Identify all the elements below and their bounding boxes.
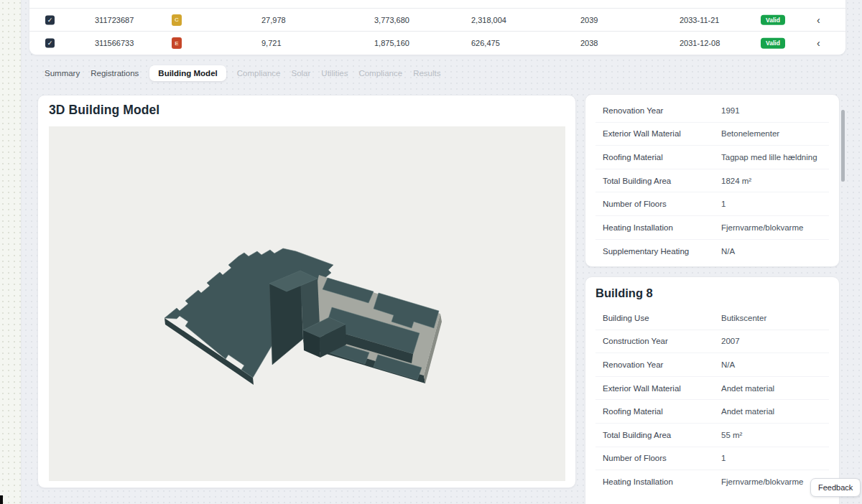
model-panel: 3D Building Model bbox=[37, 95, 576, 488]
detail-row: Roofing Material Tagpap med lille hældni… bbox=[595, 146, 829, 169]
tab[interactable]: Utilities bbox=[321, 69, 348, 78]
detail-row: Construction Year 2007 bbox=[595, 330, 829, 354]
detail-row: Supplementary Heating N/A bbox=[595, 240, 829, 263]
chevron-left-icon[interactable]: ‹ bbox=[817, 37, 820, 49]
valid-until-date: 2031-12-08 bbox=[680, 39, 720, 47]
detail-label: Number of Floors bbox=[603, 200, 667, 208]
row-checkbox[interactable]: ✓ bbox=[45, 39, 55, 48]
detail-label: Roofing Material bbox=[603, 407, 663, 416]
detail-row: Exterior Wall Material Andet material bbox=[595, 377, 829, 401]
detail-row: Number of Floors 1 bbox=[595, 192, 829, 216]
tab[interactable]: Building Model bbox=[149, 65, 226, 81]
tab[interactable]: Results bbox=[413, 69, 440, 78]
detail-row: Total Building Area 55 m² bbox=[595, 424, 829, 447]
value-c: 2,318,004 bbox=[471, 16, 506, 24]
detail-value: 1 bbox=[721, 454, 726, 462]
detail-row: Heating Installation Fjernvarme/blokvarm… bbox=[595, 470, 829, 494]
table-body: ✓ 311723687 C 27,978 3,773,680 2,318,004… bbox=[29, 9, 845, 55]
tab[interactable]: Registrations bbox=[91, 69, 139, 78]
table-row-partial[interactable] bbox=[29, 0, 845, 9]
detail-value: 55 m² bbox=[721, 431, 742, 439]
detail-value: 1 bbox=[721, 200, 726, 208]
detail-value: Andet material bbox=[721, 384, 774, 393]
building-8-rows: Building Use Butikscenter Construction Y… bbox=[595, 307, 829, 494]
building-id: 311566733 bbox=[95, 39, 134, 47]
value-b: 1,875,160 bbox=[374, 39, 409, 47]
page-title: 3D Building Model bbox=[49, 103, 159, 118]
detail-value: Fjernvarme/blokvarme bbox=[721, 477, 803, 486]
detail-value: 2007 bbox=[721, 337, 740, 345]
detail-row: Roofing Material Andet material bbox=[595, 400, 829, 424]
detail-value: Fjernvarme/blokvarme bbox=[721, 223, 803, 232]
building-3d-model bbox=[49, 126, 565, 481]
card-title: Building 8 bbox=[595, 277, 829, 307]
detail-row: Building Use Butikscenter bbox=[595, 307, 829, 330]
tab-bar: Summary Registrations Building Model Com… bbox=[45, 65, 440, 82]
building-details-card: Renovation Year 1991 Exterior Wall Mater… bbox=[585, 94, 840, 267]
row-checkbox[interactable]: ✓ bbox=[45, 15, 55, 24]
year: 2039 bbox=[580, 16, 598, 24]
building-8-card: Building 8 Building Use Butikscenter Con… bbox=[585, 276, 840, 504]
app-root: { "icons": { "check": "✓", "chevron_left… bbox=[0, 0, 862, 504]
feedback-button[interactable]: Feedback bbox=[810, 478, 861, 497]
value-b: 3,773,680 bbox=[374, 16, 409, 24]
tab[interactable]: Solar bbox=[291, 69, 310, 78]
detail-value: Betonelementer bbox=[721, 129, 779, 138]
detail-label: Renovation Year bbox=[603, 360, 663, 369]
detail-row: Number of Floors 1 bbox=[595, 447, 829, 471]
tab[interactable]: Compliance bbox=[358, 69, 402, 78]
building-id: 311723687 bbox=[95, 16, 134, 24]
detail-label: Heating Installation bbox=[603, 477, 673, 486]
detail-label: Heating Installation bbox=[603, 223, 673, 232]
status-badge: Valid bbox=[761, 38, 785, 49]
detail-row: Renovation Year 1991 bbox=[595, 99, 829, 123]
details-column: Renovation Year 1991 Exterior Wall Mater… bbox=[585, 93, 840, 504]
tab[interactable]: Summary bbox=[45, 69, 80, 78]
detail-label: Exterior Wall Material bbox=[603, 384, 681, 393]
building-3d-viewport[interactable] bbox=[49, 126, 565, 481]
detail-row: Exterior Wall Material Betonelementer bbox=[595, 123, 829, 146]
value-c: 626,475 bbox=[471, 39, 500, 47]
detail-value: 1991 bbox=[721, 106, 740, 115]
detail-row: Renovation Year N/A bbox=[595, 353, 829, 377]
tab[interactable]: Compliance bbox=[237, 69, 281, 78]
detail-value: N/A bbox=[721, 360, 735, 369]
table-row[interactable]: ✓ 311723687 C 27,978 3,773,680 2,318,004… bbox=[29, 9, 845, 32]
value-a: 9,721 bbox=[261, 39, 282, 47]
detail-value: Tagpap med lille hældning bbox=[721, 153, 817, 162]
detail-value: Butikscenter bbox=[721, 314, 766, 322]
detail-value: 1824 m² bbox=[721, 177, 751, 185]
detail-label: Building Use bbox=[603, 314, 649, 322]
energy-label-badge: E bbox=[172, 37, 182, 49]
corner-notch bbox=[0, 495, 3, 504]
valid-until-date: 2033-11-21 bbox=[680, 16, 719, 24]
table-row[interactable]: ✓ 311566733 E 9,721 1,875,160 626,475 20… bbox=[29, 32, 845, 55]
detail-label: Supplementary Heating bbox=[603, 247, 689, 256]
scrollbar-thumb[interactable] bbox=[841, 110, 845, 182]
detail-label: Number of Floors bbox=[603, 454, 667, 462]
detail-label: Renovation Year bbox=[603, 106, 663, 115]
detail-label: Roofing Material bbox=[603, 153, 663, 162]
dotted-sidebar-strip bbox=[0, 0, 22, 504]
year: 2038 bbox=[580, 39, 598, 47]
detail-label: Total Building Area bbox=[603, 177, 671, 185]
value-a: 27,978 bbox=[261, 16, 286, 24]
status-badge: Valid bbox=[761, 14, 785, 25]
detail-value: N/A bbox=[721, 247, 735, 256]
detail-label: Construction Year bbox=[603, 337, 668, 345]
detail-row: Heating Installation Fjernvarme/blokvarm… bbox=[595, 216, 829, 240]
energy-label-badge: C bbox=[172, 14, 182, 26]
results-table: ✓ 311723687 C 27,978 3,773,680 2,318,004… bbox=[29, 0, 846, 55]
detail-label: Exterior Wall Material bbox=[603, 129, 681, 138]
detail-label: Total Building Area bbox=[603, 431, 671, 439]
detail-value: Andet material bbox=[721, 407, 774, 416]
chevron-left-icon[interactable]: ‹ bbox=[817, 14, 820, 26]
detail-row: Total Building Area 1824 m² bbox=[595, 169, 829, 193]
